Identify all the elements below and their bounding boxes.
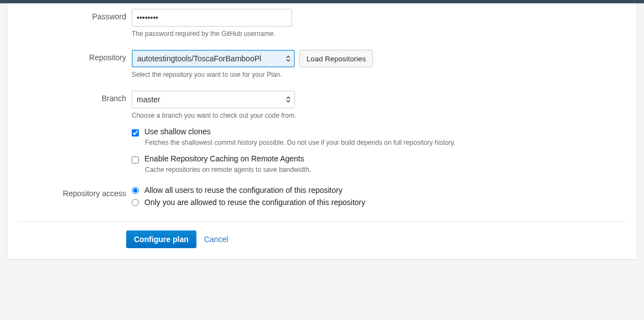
cancel-link[interactable]: Cancel <box>204 235 228 244</box>
branch-help: Choose a branch you want to check out yo… <box>132 112 626 119</box>
repo-access-option-only-you[interactable]: Only you are allowed to reuse the config… <box>144 198 365 207</box>
shallow-clones-help: Fetches the shallowest commit history po… <box>145 139 626 146</box>
shallow-clones-checkbox[interactable] <box>132 129 139 137</box>
load-repositories-button[interactable]: Load Repositories <box>299 50 373 67</box>
repository-help: Select the repository you want to use fo… <box>132 71 626 78</box>
repo-caching-label[interactable]: Enable Repository Caching on Remote Agen… <box>144 154 304 163</box>
branch-selected-value: master <box>137 95 160 104</box>
repo-caching-checkbox[interactable] <box>132 156 139 164</box>
repository-selected-value: autotestingtools/ToscaForBambooPl <box>137 54 261 63</box>
branch-label: Branch <box>18 91 132 181</box>
repository-label: Repository <box>18 50 132 86</box>
repo-access-radio-only-you[interactable] <box>132 199 139 206</box>
shallow-clones-label[interactable]: Use shallow clones <box>144 127 211 136</box>
repo-access-option-all[interactable]: Allow all users to reuse the configurati… <box>144 186 342 195</box>
password-input[interactable] <box>132 9 292 27</box>
repo-access-radio-all[interactable] <box>132 187 139 194</box>
branch-select[interactable]: master <box>132 91 295 108</box>
password-label: Password <box>18 9 132 45</box>
repository-access-label: Repository access <box>18 186 132 210</box>
configure-plan-button[interactable]: Configure plan <box>126 230 196 248</box>
repository-select[interactable]: autotestingtools/ToscaForBambooPl <box>132 50 295 67</box>
password-help: The password required by the GitHub user… <box>132 30 626 38</box>
repo-caching-help: Cache repositories on remote agents to s… <box>145 166 626 174</box>
